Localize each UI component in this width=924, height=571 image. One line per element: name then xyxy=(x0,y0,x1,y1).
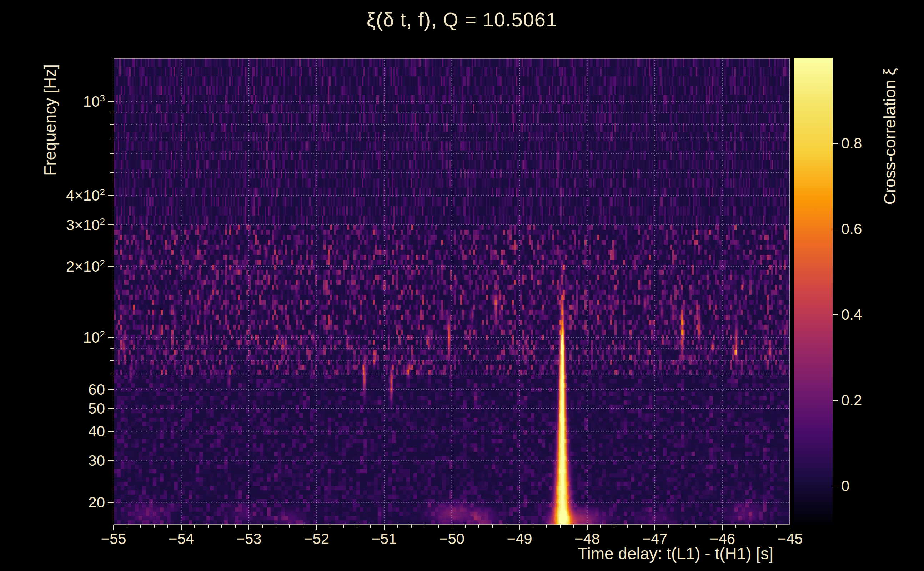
x-minor-tick xyxy=(776,525,777,528)
x-minor-tick xyxy=(303,525,303,528)
x-tick-label: −47 xyxy=(642,530,667,548)
x-minor-tick xyxy=(289,525,290,528)
y-tick xyxy=(108,337,114,338)
x-tick xyxy=(249,525,249,530)
figure: ξ(δ t, f), Q = 10.5061 Frequency [Hz] Ti… xyxy=(0,0,924,571)
x-minor-tick xyxy=(262,525,263,528)
y-tick-label-base: 20 xyxy=(88,494,105,511)
x-minor-tick xyxy=(465,525,465,528)
y-minor-tick xyxy=(110,172,114,173)
x-minor-tick xyxy=(505,525,506,528)
colorbar-tick-label: 0.4 xyxy=(841,306,862,323)
y-tick-label-exponent: 3 xyxy=(100,93,105,103)
x-minor-tick xyxy=(641,525,641,528)
y-tick-label: 40 xyxy=(0,423,105,440)
y-tick-label-base: 40 xyxy=(88,423,105,440)
y-tick xyxy=(108,460,114,461)
x-minor-tick xyxy=(343,525,344,528)
y-tick-label: 30 xyxy=(0,452,105,469)
x-minor-tick xyxy=(600,525,601,528)
y-tick-label: 50 xyxy=(0,400,105,417)
y-tick-label: 2×102 xyxy=(0,258,105,275)
x-tick-label: −50 xyxy=(439,530,465,548)
x-minor-tick xyxy=(614,525,615,528)
chart-title: ξ(δ t, f), Q = 10.5061 xyxy=(0,8,924,31)
x-tick-label: −45 xyxy=(777,530,803,548)
y-tick xyxy=(108,101,114,102)
x-minor-tick xyxy=(329,525,330,528)
x-minor-tick xyxy=(235,525,236,528)
colorbar-tick-label: 0.6 xyxy=(841,221,862,238)
x-minor-tick xyxy=(573,525,574,528)
x-minor-tick xyxy=(357,525,357,528)
colorbar-tick-label: 0 xyxy=(841,477,849,495)
colorbar-gradient xyxy=(794,58,833,525)
x-tick xyxy=(587,525,588,530)
x-minor-tick xyxy=(492,525,493,528)
x-minor-tick xyxy=(397,525,398,528)
y-tick-label-base: 10 xyxy=(83,93,100,110)
y-tick-label-base: 3×10 xyxy=(66,216,100,233)
y-tick xyxy=(108,389,114,390)
x-minor-tick xyxy=(425,525,425,528)
x-minor-tick xyxy=(154,525,155,528)
x-tick xyxy=(722,525,723,530)
x-minor-tick xyxy=(668,525,669,528)
y-tick-label: 102 xyxy=(0,329,105,346)
y-tick-label-exponent: 2 xyxy=(100,216,105,227)
x-minor-tick xyxy=(438,525,439,528)
y-minor-tick xyxy=(110,138,114,139)
x-tick xyxy=(519,525,520,530)
x-minor-tick xyxy=(695,525,696,528)
y-tick-label-exponent: 2 xyxy=(100,187,105,198)
x-tick-label: −48 xyxy=(575,530,600,548)
x-minor-tick xyxy=(546,525,547,528)
x-tick xyxy=(316,525,317,530)
x-tick-label: −51 xyxy=(371,530,397,548)
y-axis-label: Frequency [Hz] xyxy=(40,64,60,176)
x-tick xyxy=(113,525,114,530)
x-minor-tick xyxy=(208,525,209,528)
y-tick-label-base: 2×10 xyxy=(66,258,100,275)
colorbar-tick xyxy=(833,143,838,144)
colorbar-tick xyxy=(833,400,838,401)
x-minor-tick xyxy=(533,525,533,528)
x-tick xyxy=(452,525,452,530)
x-minor-tick xyxy=(221,525,222,528)
y-tick-label-exponent: 2 xyxy=(100,258,105,269)
colorbar-tick xyxy=(833,486,838,486)
x-minor-tick xyxy=(127,525,127,528)
colorbar-tick-label: 0.8 xyxy=(841,135,862,152)
x-tick xyxy=(790,525,791,530)
x-minor-tick xyxy=(560,525,561,528)
x-minor-tick xyxy=(478,525,479,528)
y-tick xyxy=(108,224,114,225)
x-minor-tick xyxy=(681,525,682,528)
y-tick-label-base: 60 xyxy=(88,381,105,398)
y-tick-label: 3×102 xyxy=(0,216,105,233)
y-tick xyxy=(108,408,114,409)
y-tick-label-base: 4×10 xyxy=(66,187,100,204)
x-tick-label: −54 xyxy=(168,530,194,548)
y-minor-tick xyxy=(110,373,114,374)
x-axis-label: Time delay: t(L1) - t(H1) [s] xyxy=(578,544,773,563)
x-minor-tick xyxy=(140,525,141,528)
y-tick xyxy=(108,431,114,432)
x-minor-tick xyxy=(735,525,736,528)
y-tick-label-exponent: 2 xyxy=(100,329,105,340)
x-tick-label: −46 xyxy=(710,530,735,548)
colorbar-tick-label: 0.2 xyxy=(841,392,862,409)
colorbar-tick xyxy=(833,315,838,315)
y-minor-tick xyxy=(110,360,114,361)
x-tick xyxy=(384,525,385,530)
x-tick-label: −55 xyxy=(101,530,126,548)
y-tick-label: 60 xyxy=(0,381,105,398)
x-minor-tick xyxy=(411,525,412,528)
x-minor-tick xyxy=(763,525,763,528)
y-tick xyxy=(108,195,114,196)
colorbar-label: Cross-correlation ξ xyxy=(880,68,899,205)
y-minor-tick xyxy=(110,348,114,349)
x-tick-label: −52 xyxy=(304,530,329,548)
y-tick xyxy=(108,266,114,267)
x-tick-label: −49 xyxy=(507,530,532,548)
